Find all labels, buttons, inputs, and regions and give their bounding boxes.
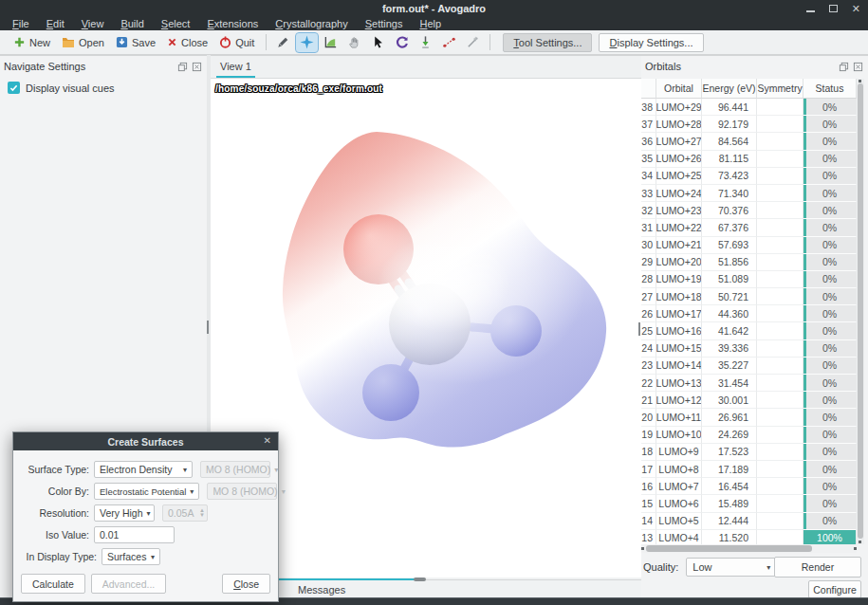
orbital-symmetry-cell[interactable] — [757, 340, 803, 358]
display-type-select[interactable]: Surfaces ▾ — [102, 548, 160, 565]
orbital-name-cell[interactable]: LUMO+23 — [656, 202, 702, 219]
orbital-energy-cell[interactable]: 26.961 — [702, 409, 757, 426]
orbital-name-cell[interactable]: LUMO+25 — [656, 168, 702, 185]
bond-centric-tool-button[interactable] — [320, 33, 342, 52]
orbital-energy-cell[interactable]: 12.444 — [702, 513, 757, 530]
display-settings-button[interactable]: Display Settings... — [599, 33, 703, 52]
orbital-symmetry-cell[interactable] — [757, 168, 803, 185]
orbital-name-cell[interactable]: LUMO+6 — [656, 495, 702, 512]
orbital-symmetry-cell[interactable] — [757, 271, 803, 288]
orbital-name-cell[interactable]: LUMO+17 — [656, 305, 702, 322]
orbital-energy-cell[interactable]: 41.642 — [702, 322, 757, 339]
close-window-button[interactable]: ✕ — [852, 4, 860, 14]
orbital-index-cell[interactable]: 22 — [641, 375, 656, 392]
horizontal-scrollbar-thumb[interactable] — [646, 545, 812, 552]
orbital-status-cell[interactable]: 0% — [803, 427, 857, 444]
orbital-status-cell[interactable]: 100% — [803, 530, 857, 544]
orbital-row[interactable]: 35LUMO+2681.1150% — [641, 151, 857, 168]
orbital-energy-cell[interactable]: 96.441 — [702, 99, 757, 116]
orbital-row[interactable]: 34LUMO+2573.4230% — [641, 168, 857, 185]
orbital-energy-cell[interactable]: 44.360 — [702, 305, 757, 322]
orbital-energy-cell[interactable]: 35.227 — [702, 358, 757, 375]
orbital-index-cell[interactable]: 19 — [641, 427, 656, 444]
quality-select[interactable]: Low ▾ — [686, 558, 777, 577]
orbital-index-cell[interactable]: 17 — [641, 461, 656, 478]
orbital-row[interactable]: 17LUMO+817.1890% — [641, 461, 857, 478]
orbital-energy-cell[interactable]: 16.454 — [702, 478, 757, 495]
orbital-status-cell[interactable]: 0% — [803, 237, 857, 254]
orbital-name-cell[interactable]: LUMO+11 — [656, 409, 702, 426]
orbital-symmetry-cell[interactable] — [757, 444, 803, 461]
menu-item-build[interactable]: Build — [112, 17, 152, 30]
column-header-energy[interactable]: Energy (eV) — [702, 79, 757, 99]
iso-value-input[interactable] — [94, 526, 175, 543]
orbital-name-cell[interactable]: LUMO+5 — [656, 513, 702, 530]
orbital-status-cell[interactable]: 0% — [803, 358, 857, 375]
orbital-row[interactable]: 30LUMO+2157.6930% — [641, 237, 857, 254]
menu-item-settings[interactable]: Settings — [357, 17, 412, 30]
orbital-row[interactable]: 18LUMO+917.5230% — [641, 444, 857, 461]
orbital-status-cell[interactable]: 0% — [803, 340, 857, 358]
orbital-energy-cell[interactable]: 31.454 — [702, 375, 757, 392]
orbital-row[interactable]: 20LUMO+1126.9610% — [641, 409, 857, 426]
auto-optimize-tool-button[interactable] — [415, 33, 436, 52]
tab-messages[interactable]: Messages — [298, 584, 345, 596]
draw-tool-button[interactable] — [272, 33, 294, 52]
orbital-status-cell[interactable]: 0% — [803, 513, 857, 530]
tab-view-1[interactable]: View 1 — [216, 60, 255, 78]
orbital-row[interactable]: 21LUMO+1230.0010% — [641, 392, 857, 409]
orbital-index-cell[interactable]: 33 — [641, 185, 656, 202]
close-panel-icon[interactable] — [192, 62, 202, 72]
orbital-energy-cell[interactable]: 81.115 — [702, 151, 757, 168]
orbital-status-cell[interactable]: 0% — [803, 288, 857, 305]
orbital-status-cell[interactable]: 0% — [803, 185, 857, 202]
orbital-name-cell[interactable]: LUMO+28 — [656, 116, 702, 133]
orbital-energy-cell[interactable]: 17.189 — [702, 461, 757, 478]
orbital-symmetry-cell[interactable] — [757, 495, 803, 512]
orbital-energy-cell[interactable]: 92.179 — [702, 116, 757, 133]
orbital-name-cell[interactable]: LUMO+12 — [656, 392, 702, 409]
orbital-index-cell[interactable]: 16 — [641, 478, 656, 495]
orbital-name-cell[interactable]: LUMO+9 — [656, 444, 702, 461]
orbital-symmetry-cell[interactable] — [757, 151, 803, 168]
orbital-status-cell[interactable]: 0% — [803, 392, 857, 409]
orbital-status-cell[interactable]: 0% — [803, 219, 857, 236]
orbital-row[interactable]: 37LUMO+2892.1790% — [641, 116, 857, 133]
dialog-close-icon[interactable]: ✕ — [264, 435, 271, 446]
orbital-index-cell[interactable]: 27 — [641, 288, 656, 305]
orbital-energy-cell[interactable]: 51.856 — [702, 254, 757, 271]
orbital-row[interactable]: 23LUMO+1435.2270% — [641, 358, 857, 375]
orbital-row[interactable]: 38LUMO+2996.4410% — [641, 99, 857, 116]
tool-settings-button[interactable]: Tool Settings... — [503, 33, 592, 52]
orbital-row[interactable]: 16LUMO+716.4540% — [641, 478, 857, 495]
horizontal-scrollbar[interactable] — [641, 544, 857, 553]
orbital-name-cell[interactable]: LUMO+8 — [656, 461, 702, 478]
orbital-index-cell[interactable]: 30 — [641, 237, 656, 254]
orbital-symmetry-cell[interactable] — [757, 478, 803, 495]
orbital-symmetry-cell[interactable] — [757, 513, 803, 530]
orbital-row[interactable]: 19LUMO+1024.2690% — [641, 427, 857, 444]
orbital-status-cell[interactable]: 0% — [803, 495, 857, 512]
orbital-row[interactable]: 25LUMO+1641.6420% — [641, 322, 857, 339]
orbital-name-cell[interactable]: LUMO+18 — [656, 288, 702, 305]
orbital-symmetry-cell[interactable] — [757, 392, 803, 409]
orbital-energy-cell[interactable]: 70.376 — [702, 202, 757, 219]
align-tool-button[interactable] — [462, 33, 484, 52]
orbital-energy-cell[interactable]: 39.336 — [702, 340, 757, 358]
menu-item-extensions[interactable]: Extensions — [198, 17, 267, 30]
dialog-close-button[interactable]: Close — [222, 574, 270, 594]
orbital-row[interactable]: 33LUMO+2471.3400% — [641, 185, 857, 202]
orbital-name-cell[interactable]: LUMO+24 — [656, 185, 702, 202]
auto-rotate-tool-button[interactable] — [391, 33, 413, 52]
menu-item-crystallography[interactable]: Crystallography — [267, 17, 356, 30]
vertical-scrollbar-thumb[interactable] — [858, 83, 863, 539]
orbital-row[interactable]: 26LUMO+1744.3600% — [641, 305, 857, 322]
orbital-row[interactable]: 29LUMO+2051.8560% — [641, 254, 857, 271]
orbital-symmetry-cell[interactable] — [757, 237, 803, 254]
column-header-status[interactable]: Status — [803, 79, 857, 99]
orbital-index-cell[interactable]: 36 — [641, 133, 656, 150]
orbital-symmetry-cell[interactable] — [757, 530, 803, 544]
orbital-name-cell[interactable]: LUMO+19 — [656, 271, 702, 288]
column-header-symmetry[interactable]: Symmetry — [757, 79, 803, 99]
orbital-symmetry-cell[interactable] — [757, 322, 803, 339]
